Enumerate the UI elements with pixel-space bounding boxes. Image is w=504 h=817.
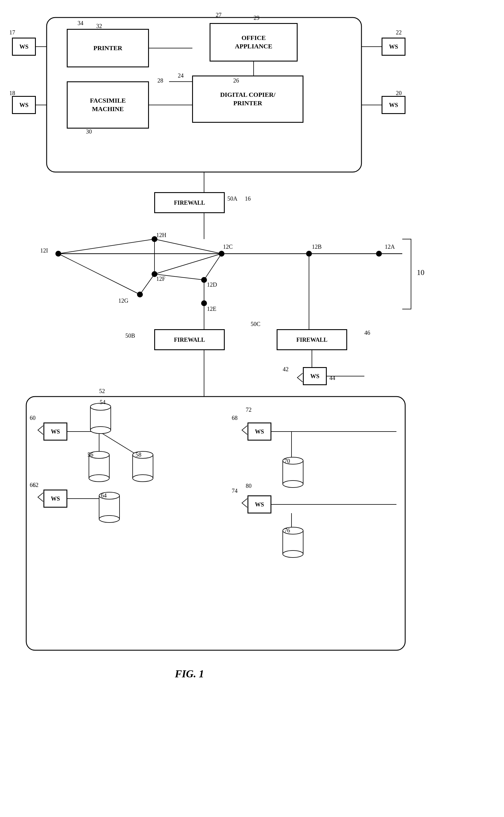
svg-point-67 xyxy=(99,516,120,523)
ref-58: 58 xyxy=(136,451,141,458)
ref-22: 22 xyxy=(396,29,402,36)
office-appliance-box: OFFICEAPPLIANCE xyxy=(210,23,297,61)
ref-29: 29 xyxy=(254,15,259,21)
facsimile-box: FACSIMILEMACHINE xyxy=(67,82,149,128)
svg-point-23 xyxy=(137,292,143,297)
ws-68-box: WS xyxy=(248,423,271,440)
firewall-top-box: FIREWALL xyxy=(154,192,224,213)
ref-64: 64 xyxy=(101,492,107,499)
ref-68: 68 xyxy=(232,415,238,421)
ref-16: 16 xyxy=(245,195,251,202)
ref-32: 32 xyxy=(96,23,102,29)
ref-76: 76 xyxy=(284,527,290,534)
svg-point-25 xyxy=(55,251,61,257)
ref-12C: 12C xyxy=(223,243,233,250)
ref-26: 26 xyxy=(233,77,239,84)
svg-rect-71 xyxy=(283,531,303,554)
diagram-container: PRINTER FACSIMILEMACHINE OFFICEAPPLIANCE… xyxy=(0,0,504,817)
svg-point-58 xyxy=(90,427,111,434)
firewall-b-box: FIREWALL xyxy=(154,329,224,350)
ref-20: 20 xyxy=(396,90,402,97)
svg-line-34 xyxy=(58,239,154,254)
ref-50C: 50C xyxy=(251,321,260,327)
svg-point-21 xyxy=(201,300,207,306)
ref-54: 54 xyxy=(100,399,106,406)
svg-point-18 xyxy=(306,251,312,257)
svg-point-61 xyxy=(89,475,109,482)
printer-box: PRINTER xyxy=(67,29,149,67)
ref-60: 60 xyxy=(30,415,36,421)
svg-rect-56 xyxy=(90,407,111,430)
ref-12F: 12F xyxy=(156,276,165,282)
ref-46: 46 xyxy=(364,329,370,336)
firewall-c-box: FIREWALL xyxy=(277,329,347,350)
ref-50A: 50A xyxy=(227,195,237,202)
svg-line-27 xyxy=(204,254,222,280)
svg-line-32 xyxy=(140,274,154,294)
ref-12I: 12I xyxy=(40,247,48,254)
svg-rect-59 xyxy=(89,455,109,478)
ref-80: 80 xyxy=(246,483,252,489)
ref-12E: 12E xyxy=(207,306,216,312)
ws-66-box: WS xyxy=(44,490,67,507)
ref-52: 52 xyxy=(99,388,105,395)
ref-18: 18 xyxy=(9,90,15,97)
ref-74: 74 xyxy=(232,488,238,494)
svg-rect-65 xyxy=(99,496,120,519)
ws-22-box: WS xyxy=(382,38,405,55)
ref-44: 44 xyxy=(329,375,335,381)
svg-line-35 xyxy=(58,254,140,294)
svg-point-20 xyxy=(201,277,207,283)
ref-62: 62 xyxy=(33,482,38,488)
ref-12G: 12G xyxy=(118,297,128,304)
svg-point-19 xyxy=(219,251,224,257)
ref-56: 56 xyxy=(87,451,93,458)
svg-point-70 xyxy=(283,481,303,488)
ref-27: 27 xyxy=(216,12,222,18)
ref-42: 42 xyxy=(283,366,289,373)
ref-17: 17 xyxy=(9,29,15,36)
ref-30: 30 xyxy=(86,128,92,135)
ws-74-box: WS xyxy=(248,496,271,513)
ref-34: 34 xyxy=(78,20,83,27)
svg-rect-43 xyxy=(26,397,405,650)
ws-42-box: WS xyxy=(303,367,326,385)
ref-12D: 12D xyxy=(207,281,217,288)
digital-copier-box: DIGITAL COPIER/PRINTER xyxy=(192,76,303,122)
svg-rect-62 xyxy=(133,455,153,478)
ref-50B: 50B xyxy=(125,332,135,339)
ref-70: 70 xyxy=(284,458,290,464)
ref-12B: 12B xyxy=(312,243,322,250)
svg-point-64 xyxy=(133,475,153,482)
ref-10: 10 xyxy=(417,268,424,277)
ws-18-box: WS xyxy=(12,96,36,114)
ref-24: 24 xyxy=(178,72,184,79)
svg-point-73 xyxy=(283,550,303,557)
ws-20-box: WS xyxy=(382,96,405,114)
svg-point-17 xyxy=(376,251,382,257)
ref-28: 28 xyxy=(157,77,163,84)
svg-line-50 xyxy=(99,432,137,455)
fig-label: FIG. 1 xyxy=(175,668,204,680)
ws-60-box: WS xyxy=(44,423,67,440)
svg-line-28 xyxy=(154,239,222,254)
ref-72: 72 xyxy=(246,406,252,413)
ws-17-box: WS xyxy=(12,38,36,55)
ref-12A: 12A xyxy=(385,243,395,250)
svg-line-29 xyxy=(154,254,222,274)
ref-12H: 12H xyxy=(156,232,166,239)
